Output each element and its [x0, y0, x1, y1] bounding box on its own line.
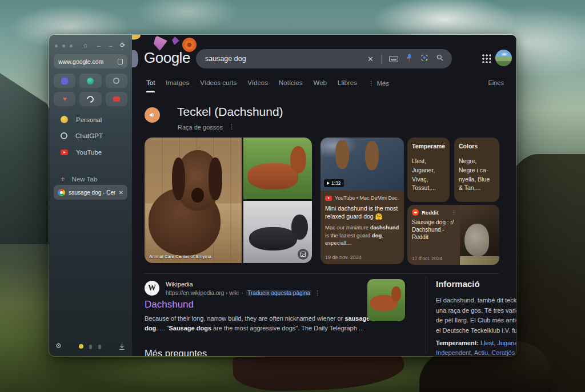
app-tile-heart[interactable]: ♥ — [54, 92, 75, 106]
tab-videos-curts[interactable]: Vídeos curts — [200, 79, 237, 92]
clear-icon[interactable]: ✕ — [367, 55, 374, 63]
doodle-decoration — [172, 37, 179, 45]
gear-icon[interactable]: ⚙ — [55, 342, 62, 350]
tab-web[interactable]: Web — [314, 79, 327, 92]
ring-icon — [61, 132, 67, 139]
translate-link[interactable]: Tradueix aquesta pàgina — [246, 290, 311, 296]
sidebar-url-bar[interactable] — [54, 54, 127, 68]
sidebar-item-chatgpt[interactable]: ChatGPT — [61, 132, 103, 139]
app-tile-blue[interactable] — [54, 74, 75, 88]
new-tab-button[interactable]: + New Tab — [61, 175, 97, 183]
url-separator: · — [242, 290, 243, 296]
sidebar-bottom-bar: ⚙ — [49, 342, 132, 351]
fact-card-temperament[interactable]: Temperament Llest, Juganer, Vivaç, Tossu… — [407, 138, 450, 202]
smiley-icon — [61, 116, 68, 123]
info-temperament-more[interactable]: Independent, Actiu, Coratjós — [436, 349, 516, 356]
close-tab-icon[interactable]: ✕ — [119, 189, 123, 196]
wikipedia-favicon[interactable]: W — [145, 281, 159, 296]
back-arrow-icon[interactable]: ← — [96, 42, 102, 49]
window-control-dot[interactable] — [55, 45, 58, 47]
video-description: Mac our miniature dachshund is the lazie… — [325, 224, 399, 246]
app-tile-github[interactable] — [79, 92, 101, 106]
download-icon[interactable] — [118, 342, 126, 353]
knowledge-subtitle[interactable]: Raça de gossos — [178, 124, 223, 131]
info-panel-heading: Informació — [436, 279, 480, 289]
video-title[interactable]: Mini dachshund is the most relaxed guard… — [325, 204, 399, 220]
browser-sidebar: ⌂ ← → ⟳ ♥ Personal ChatGPT — [49, 35, 132, 356]
tools-button[interactable]: Eines — [488, 79, 504, 86]
fact-title: Colors — [459, 143, 495, 149]
video-source-row: YouTube • Mac DeMini Dac... — [325, 195, 399, 201]
more-images-button[interactable] — [298, 249, 308, 260]
search-icon[interactable] — [436, 54, 444, 64]
app-ring-icon — [113, 78, 119, 84]
search-input[interactable] — [205, 55, 367, 63]
home-icon[interactable]: ⌂ — [83, 42, 87, 49]
video-result-card[interactable]: 1:32 YouTube • Mac DeMini Dac... Mini da… — [320, 138, 404, 264]
tab-noticies[interactable]: Notícies — [279, 79, 303, 92]
github-icon — [86, 94, 95, 104]
reddit-result-card[interactable]: Reddit ⋮ Sausage dog : r/ Dachshund - Re… — [407, 205, 499, 265]
result-thumbnail[interactable] — [367, 279, 405, 321]
kebab-menu-icon[interactable]: ⋮ — [314, 289, 320, 297]
tab-tot[interactable]: Tot — [146, 79, 155, 92]
collage-image-puppy[interactable]: Animal Care Center of Smyrna — [145, 138, 242, 263]
avatar[interactable] — [495, 50, 512, 66]
app-tile-youtube[interactable] — [106, 92, 127, 106]
pronounce-speaker-icon[interactable] — [145, 107, 160, 123]
result-url[interactable]: https://en.wikipedia.org › wiki — [166, 290, 239, 296]
app-tile-teal[interactable] — [79, 74, 101, 88]
google-apps-icon[interactable] — [482, 54, 491, 63]
knowledge-subtitle-row: Raça de gossos ⋮ — [178, 123, 235, 131]
tab-videos[interactable]: Vídeos — [247, 79, 268, 92]
reddit-thumbnail[interactable] — [460, 205, 499, 265]
forward-arrow-icon[interactable]: → — [107, 42, 114, 49]
mic-icon[interactable] — [406, 53, 413, 64]
window-control-dot[interactable] — [62, 45, 65, 47]
app-tile-ring[interactable] — [106, 74, 127, 88]
reload-icon[interactable]: ⟳ — [120, 42, 125, 49]
new-tab-label: New Tab — [72, 176, 98, 183]
url-input[interactable] — [58, 58, 118, 65]
lens-icon[interactable] — [420, 54, 428, 64]
temperament-link[interactable]: Llest — [480, 340, 494, 346]
active-space-dot[interactable] — [79, 344, 83, 349]
google-logo[interactable]: Google — [144, 49, 190, 67]
doodle-decoration — [154, 35, 167, 51]
collage-image-black-dachshund[interactable] — [243, 201, 312, 263]
result-title-link[interactable]: Dachshund — [145, 299, 194, 310]
panel-divider — [426, 277, 426, 353]
temperament-link[interactable]: Juganer — [497, 340, 516, 346]
collage-image-red-dachshund[interactable] — [243, 138, 312, 199]
image-collage: Animal Care Center of Smyrna — [145, 138, 312, 263]
reddit-source-row: Reddit ⋮ — [412, 209, 456, 216]
result-url-row: https://en.wikipedia.org › wiki · Tradue… — [166, 289, 320, 297]
kebab-menu-icon[interactable]: ⋮ — [229, 123, 235, 131]
tab-mes[interactable]: ⋮Més — [368, 79, 389, 92]
info-panel-body: El dachshund, també dit teckel, d una ra… — [436, 296, 516, 336]
keyboard-icon[interactable] — [389, 56, 398, 62]
tab-imatges[interactable]: Imatges — [166, 79, 189, 92]
sidebar-item-personal[interactable]: Personal — [61, 116, 102, 123]
app-teal-icon — [87, 78, 94, 84]
tab-title: sausage dog - Cerca — [69, 189, 115, 196]
fact-card-colors[interactable]: Colors Negre, Negre i ca-nyella, Blue & … — [454, 138, 499, 202]
divider — [381, 54, 382, 64]
doodle-decoration — [132, 50, 138, 67]
search-bar-icons: ✕ — [367, 53, 444, 64]
result-site-name[interactable]: Wikipedia — [166, 281, 193, 288]
search-bar[interactable]: ✕ — [196, 49, 452, 68]
info-line: el Deutsche Teckelklub i.V. fundat — [436, 326, 516, 336]
window-control-dot[interactable] — [70, 45, 73, 47]
youtube-icon — [61, 149, 68, 155]
play-icon — [327, 181, 330, 185]
active-tab[interactable]: sausage dog - Cerca ✕ — [54, 185, 127, 200]
reddit-title[interactable]: Sausage dog : r/ Dachshund - Reddit — [412, 219, 456, 241]
tab-llibres[interactable]: Llibres — [338, 79, 357, 92]
reader-mode-icon[interactable] — [118, 59, 123, 64]
kebab-menu-icon[interactable]: ⋮ — [451, 209, 456, 215]
space-indicator-icon[interactable] — [98, 345, 101, 349]
sidebar-item-youtube[interactable]: YouTube — [61, 149, 102, 156]
space-indicator-icon[interactable] — [89, 345, 92, 349]
video-thumbnail[interactable]: 1:32 — [320, 138, 404, 191]
